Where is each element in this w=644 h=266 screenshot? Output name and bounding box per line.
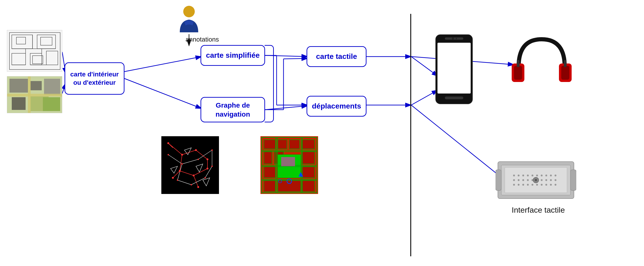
svg-rect-159 (570, 170, 576, 191)
box-carte-tactile: carte tactile (306, 46, 366, 67)
svg-rect-93 (264, 151, 272, 164)
svg-rect-92 (302, 140, 314, 149)
svg-line-10 (284, 58, 308, 59)
svg-point-70 (167, 142, 169, 144)
svg-point-127 (518, 175, 520, 176)
svg-point-154 (550, 184, 552, 186)
annotations-label: annotations (186, 36, 219, 43)
svg-point-130 (532, 175, 533, 176)
svg-rect-41 (12, 97, 26, 110)
phone-icon (429, 32, 480, 121)
svg-rect-121 (517, 60, 520, 67)
svg-point-129 (527, 175, 529, 176)
svg-point-148 (522, 184, 524, 186)
svg-rect-112 (438, 43, 471, 93)
svg-point-131 (536, 175, 538, 176)
svg-point-136 (513, 179, 515, 181)
svg-point-76 (206, 168, 208, 170)
svg-rect-158 (496, 170, 501, 191)
svg-point-82 (211, 149, 213, 151)
svg-rect-97 (264, 166, 276, 178)
svg-point-152 (541, 184, 542, 186)
svg-rect-40 (44, 79, 60, 95)
svg-point-71 (181, 154, 183, 156)
svg-point-147 (518, 184, 520, 186)
person-icon (175, 5, 203, 32)
svg-rect-118 (514, 66, 522, 80)
svg-point-78 (197, 186, 199, 188)
svg-point-73 (206, 158, 208, 160)
floorplan-image (7, 30, 62, 72)
svg-point-126 (513, 175, 515, 176)
svg-rect-109 (281, 157, 295, 166)
svg-point-157 (535, 179, 537, 181)
diagram-container: annotations carte d'intérieurou d'extéri… (0, 0, 644, 266)
svg-point-142 (541, 179, 542, 181)
svg-rect-39 (30, 81, 42, 90)
svg-point-83 (177, 179, 178, 181)
interface-tactile-label: Interface tactile (512, 205, 565, 214)
svg-rect-45 (43, 97, 60, 111)
svg-point-115 (452, 37, 454, 40)
svg-rect-91 (289, 140, 300, 149)
svg-point-46 (183, 6, 195, 17)
svg-rect-104 (262, 150, 317, 152)
svg-point-155 (554, 184, 556, 186)
svg-rect-100 (278, 180, 301, 192)
svg-point-132 (541, 175, 542, 176)
svg-rect-89 (264, 140, 276, 149)
svg-point-75 (193, 175, 194, 176)
svg-rect-44 (7, 94, 62, 96)
svg-point-150 (532, 184, 533, 186)
svg-rect-120 (561, 66, 569, 80)
svg-point-146 (513, 184, 515, 186)
svg-point-144 (550, 179, 552, 181)
svg-rect-99 (264, 180, 276, 192)
svg-point-74 (179, 170, 181, 172)
aerial-image (7, 76, 62, 113)
bracket (264, 45, 274, 122)
svg-point-81 (198, 159, 199, 160)
svg-rect-122 (564, 60, 566, 67)
svg-point-139 (527, 179, 529, 181)
svg-point-135 (554, 175, 556, 176)
svg-rect-90 (278, 140, 287, 149)
svg-rect-96 (302, 151, 314, 164)
svg-line-4 (124, 57, 202, 72)
svg-point-80 (182, 163, 183, 165)
box-deplacements: déplacements (306, 96, 366, 117)
svg-point-153 (545, 184, 547, 186)
svg-point-128 (522, 175, 524, 176)
tactilemap-image (260, 136, 318, 194)
headphones-icon (507, 30, 576, 100)
svg-point-137 (518, 179, 520, 181)
box-interior-exterior: carte d'intérieurou d'extérieur (64, 62, 124, 95)
svg-point-79 (168, 154, 169, 155)
svg-point-151 (536, 184, 538, 186)
svg-point-143 (545, 179, 547, 181)
svg-rect-38 (10, 79, 28, 93)
svg-point-138 (522, 179, 524, 181)
svg-point-133 (545, 175, 547, 176)
svg-point-134 (550, 175, 552, 176)
svg-point-72 (195, 149, 197, 151)
svg-point-84 (190, 184, 192, 185)
tactile-device-icon (496, 155, 576, 206)
box-carte-simplifiee: carte simplifiée (200, 45, 265, 66)
svg-point-86 (211, 166, 213, 167)
svg-point-145 (554, 179, 556, 181)
svg-rect-101 (302, 180, 314, 192)
svg-point-149 (527, 184, 529, 186)
divider-line (410, 14, 411, 256)
navgraph-image (161, 136, 219, 194)
svg-point-85 (204, 177, 206, 179)
svg-rect-114 (445, 96, 463, 99)
svg-line-5 (124, 78, 202, 108)
svg-point-116 (456, 38, 457, 39)
svg-point-77 (172, 177, 174, 179)
box-graphe-navigation: Graphe denavigation (200, 97, 265, 122)
svg-rect-98 (302, 166, 314, 178)
